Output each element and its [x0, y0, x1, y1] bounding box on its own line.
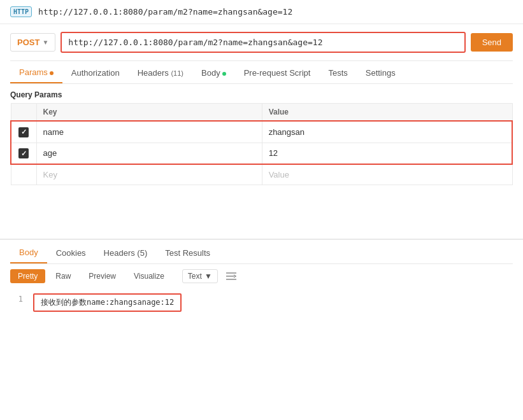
response-tab-cookies[interactable]: Cookies — [47, 243, 95, 263]
request-tabs: Params Authorization Headers (11) Body P… — [10, 61, 513, 84]
format-tab-preview[interactable]: Preview — [81, 269, 124, 283]
request-area: POST ▼ Send Params Authorization Headers… — [0, 24, 523, 185]
spacer — [0, 188, 523, 226]
checkbox-1[interactable] — [18, 127, 29, 137]
value-cell-1[interactable]: zhangsan — [262, 121, 512, 143]
value-cell-empty[interactable]: Value — [262, 164, 512, 185]
checkbox-cell-1[interactable] — [11, 121, 36, 143]
param-row-empty: Key Value — [11, 164, 512, 185]
checkbox-cell-2[interactable] — [11, 143, 36, 164]
send-button[interactable]: Send — [471, 33, 513, 52]
params-table: Key Value name zhangsan — [10, 103, 513, 185]
tab-settings[interactable]: Settings — [357, 63, 405, 83]
format-tab-visualize[interactable]: Visualize — [126, 269, 172, 283]
response-content: 接收到的参数name:zhangsanage:12 — [33, 293, 182, 312]
method-url-row: POST ▼ Send — [10, 24, 513, 61]
format-tab-raw[interactable]: Raw — [48, 269, 78, 283]
value-placeholder: Value — [269, 170, 289, 179]
wrap-lines-icon[interactable] — [226, 272, 237, 281]
query-params-label: Query Params — [10, 84, 513, 103]
response-tabs: Body Cookies Headers (5) Test Results — [10, 240, 513, 264]
title-url: http://127.0.0.1:8080/param/m2?name=zhan… — [38, 7, 292, 17]
col-checkbox-header — [11, 104, 36, 122]
response-text: 接收到的参数name:zhangsanage:12 — [41, 298, 174, 307]
key-value-1: name — [43, 127, 64, 137]
code-area: 1 接收到的参数name:zhangsanage:12 — [10, 288, 513, 317]
tab-authorization[interactable]: Authorization — [62, 63, 129, 83]
value-value-2: 12 — [269, 148, 278, 158]
params-dot — [50, 71, 54, 75]
key-value-2: age — [43, 148, 57, 158]
text-type-label: Text — [188, 272, 202, 281]
code-line-1: 1 接收到的参数name:zhangsanage:12 — [10, 293, 513, 312]
value-value-1: zhangsan — [269, 127, 304, 137]
method-select[interactable]: POST ▼ — [10, 33, 55, 52]
tab-body[interactable]: Body — [192, 63, 235, 83]
response-tab-test-results[interactable]: Test Results — [156, 243, 219, 263]
line-number-1: 1 — [10, 293, 23, 304]
key-cell-2[interactable]: age — [36, 143, 262, 164]
text-type-chevron: ▼ — [204, 272, 212, 281]
param-row-2: age 12 — [11, 143, 512, 164]
format-tabs: Pretty Raw Preview Visualize Text ▼ — [10, 264, 513, 288]
key-cell-empty[interactable]: Key — [36, 164, 262, 185]
tab-tests[interactable]: Tests — [319, 63, 356, 83]
tab-params[interactable]: Params — [10, 62, 62, 83]
body-dot — [222, 72, 226, 76]
format-tab-pretty[interactable]: Pretty — [10, 269, 45, 283]
checkbox-cell-empty — [11, 164, 36, 185]
tab-pre-request-script[interactable]: Pre-request Script — [235, 63, 320, 83]
checkbox-2[interactable] — [18, 148, 29, 158]
col-value-header: Value — [262, 104, 512, 122]
title-bar: HTTP http://127.0.0.1:8080/param/m2?name… — [0, 0, 523, 24]
response-tab-body[interactable]: Body — [10, 242, 47, 263]
response-tab-headers[interactable]: Headers (5) — [95, 243, 157, 263]
col-key-header: Key — [36, 104, 262, 122]
key-cell-1[interactable]: name — [36, 121, 262, 143]
key-placeholder: Key — [43, 170, 57, 179]
param-row-1: name zhangsan — [11, 121, 512, 143]
tab-headers[interactable]: Headers (11) — [129, 63, 192, 83]
text-type-dropdown[interactable]: Text ▼ — [182, 269, 218, 283]
chevron-down-icon: ▼ — [42, 39, 48, 46]
method-label: POST — [17, 38, 39, 47]
url-input[interactable] — [61, 32, 465, 53]
http-icon: HTTP — [10, 6, 32, 17]
value-cell-2[interactable]: 12 — [262, 143, 512, 164]
response-area: Body Cookies Headers (5) Test Results Pr… — [0, 239, 523, 317]
